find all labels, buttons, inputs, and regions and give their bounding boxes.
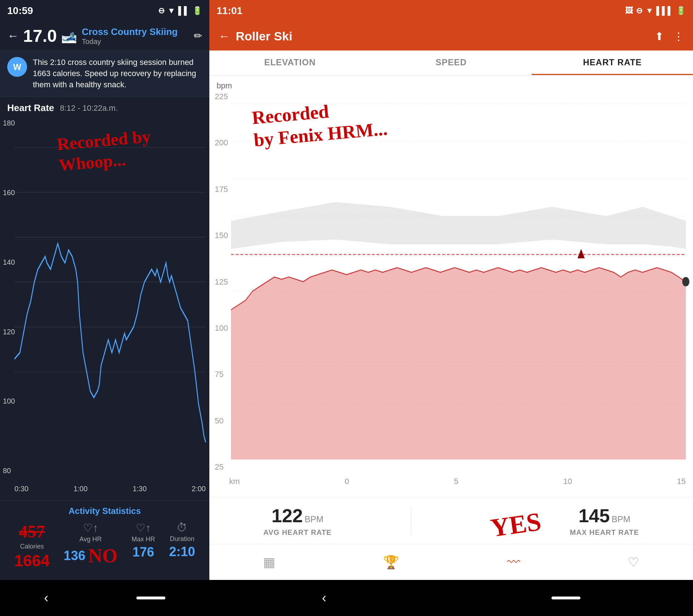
heart-icon-max: ♡↑ bbox=[136, 522, 151, 534]
tab-elevation[interactable]: ELEVATION bbox=[209, 50, 371, 75]
time-right: 11:01 bbox=[217, 5, 243, 17]
stat-duration: ⏱ Duration 2:10 bbox=[169, 522, 195, 559]
svg-marker-16 bbox=[231, 202, 686, 249]
bottom-tab-bar-right: ▦ 🏆 〰 ♡ bbox=[209, 544, 693, 580]
stat-divider bbox=[411, 506, 411, 535]
back-button-right[interactable]: ← bbox=[218, 30, 230, 43]
calories-strike: 457 bbox=[19, 522, 45, 541]
x-label-130: 1:30 bbox=[132, 485, 147, 493]
x-label-100: 1:00 bbox=[74, 485, 88, 493]
heart-rate-title: Heart Rate bbox=[7, 102, 54, 114]
activity-date: Today bbox=[82, 38, 189, 46]
x-label-200: 2:00 bbox=[192, 485, 206, 493]
calories-label: Calories bbox=[20, 543, 44, 550]
status-bar-left: 10:59 ⊖ ▼ ▌▌ 🔋 bbox=[0, 0, 209, 22]
avg-hr-label: Avg HR bbox=[79, 536, 102, 543]
edit-button[interactable]: ✏ bbox=[194, 30, 202, 42]
avg-bpm-value: 122 bbox=[271, 505, 303, 527]
tab-bar: ELEVATION SPEED HEART RATE bbox=[209, 50, 693, 76]
top-bar-left: ← 17.0 🎿 Cross Country Skiing Today ✏ bbox=[0, 22, 209, 50]
hr-stats-bar: 122 BPM AVG HEART RATE YES 145 BPM MAX H… bbox=[209, 497, 693, 544]
stats-row: 457 Calories 1664 ♡↑ Avg HR 136 NO ♡↑ Ma… bbox=[7, 522, 202, 570]
skiing-icon: 🎿 bbox=[61, 28, 77, 44]
tab-activity-icon[interactable]: 〰 bbox=[507, 555, 520, 570]
signal-icon-right: ▌▌▌ bbox=[656, 6, 673, 16]
stat-calories: 457 Calories 1664 bbox=[14, 522, 49, 570]
activity-info: Cross Country Skiing Today bbox=[82, 26, 189, 46]
avg-heart-rate-stat: 122 BPM AVG HEART RATE bbox=[263, 505, 332, 537]
battery-icon-right: 🔋 bbox=[676, 6, 686, 16]
tab-trophy-icon[interactable]: 🏆 bbox=[383, 555, 399, 570]
annotation-no: NO bbox=[88, 545, 117, 567]
image-icon: 🖼 bbox=[625, 6, 633, 16]
status-icons-left: ⊖ ▼ ▌▌ 🔋 bbox=[158, 6, 202, 16]
chart-area-right: bpm Recordedby Fenix HRM... 225 200 175 … bbox=[209, 76, 693, 497]
block-icon: ⊖ bbox=[158, 6, 165, 16]
x-label-0: 0 bbox=[345, 477, 349, 486]
home-indicator-right[interactable] bbox=[552, 597, 580, 599]
share-button[interactable]: ⬆ bbox=[655, 30, 664, 43]
heart-rate-time: 8:12 - 10:22a.m. bbox=[60, 104, 118, 113]
right-panel: 11:01 🖼 ⊖ ▼ ▌▌▌ 🔋 ← Roller Ski ⬆ ⋮ ELEVA… bbox=[209, 0, 693, 616]
heart-icon-avg: ♡↑ bbox=[83, 522, 98, 534]
time-left: 10:59 bbox=[7, 5, 33, 17]
max-hr-label: Max HR bbox=[131, 536, 155, 543]
bottom-nav-right: ‹ bbox=[209, 580, 693, 616]
bottom-nav-left: ‹ bbox=[0, 580, 209, 616]
x-label-15: 15 bbox=[677, 477, 686, 486]
tab-heart-rate[interactable]: HEART RATE bbox=[532, 50, 693, 75]
back-button-left[interactable]: ← bbox=[7, 29, 19, 43]
tab-grid-icon[interactable]: ▦ bbox=[263, 555, 275, 570]
svg-marker-17 bbox=[231, 268, 686, 459]
signal-icon: ▌▌ bbox=[178, 6, 189, 16]
x-label-030: 0:30 bbox=[14, 485, 29, 493]
max-heart-rate-stat: 145 BPM MAX HEART RATE bbox=[570, 505, 639, 537]
wifi-icon-right: ▼ bbox=[645, 6, 653, 16]
status-icons-right: 🖼 ⊖ ▼ ▌▌▌ 🔋 bbox=[625, 6, 686, 16]
avatar: W bbox=[7, 57, 27, 77]
activity-name: Cross Country Skiing bbox=[82, 26, 189, 38]
x-axis-right: km 0 5 10 15 bbox=[229, 477, 686, 486]
message-bar: W This 2:10 cross country skiing session… bbox=[0, 50, 209, 97]
calories-value: 1664 bbox=[14, 552, 49, 570]
status-bar-right: 11:01 🖼 ⊖ ▼ ▌▌▌ 🔋 bbox=[209, 0, 693, 22]
stat-max-hr: ♡↑ Max HR 176 bbox=[131, 522, 155, 560]
chart-area-left: Recorded byWhoop... 180 160 140 120 100 … bbox=[0, 115, 209, 500]
home-indicator-left[interactable] bbox=[136, 597, 165, 599]
x-label-km: km bbox=[229, 477, 240, 486]
x-label-10: 10 bbox=[563, 477, 572, 486]
x-label-5: 5 bbox=[454, 477, 458, 486]
tab-heart-icon[interactable]: ♡ bbox=[628, 555, 639, 570]
stat-avg-hr: ♡↑ Avg HR 136 NO bbox=[64, 522, 117, 567]
app-title: Roller Ski bbox=[236, 29, 645, 43]
battery-icon: 🔋 bbox=[192, 6, 202, 16]
handwriting-yes: YES bbox=[489, 506, 543, 543]
tab-speed[interactable]: SPEED bbox=[371, 50, 532, 75]
heart-rate-chart-left bbox=[0, 115, 209, 500]
top-bar-right: ← Roller Ski ⬆ ⋮ bbox=[209, 22, 693, 50]
stats-section: Activity Statistics 457 Calories 1664 ♡↑… bbox=[0, 500, 209, 580]
heart-rate-chart-right bbox=[209, 76, 693, 497]
avg-hr-label-right: AVG HEART RATE bbox=[263, 528, 332, 537]
clock-icon: ⏱ bbox=[176, 522, 187, 534]
message-text: This 2:10 cross country skiing session b… bbox=[33, 57, 202, 90]
heart-rate-label: Heart Rate 8:12 - 10:22a.m. bbox=[0, 97, 209, 115]
x-axis-left: 0:30 1:00 1:30 2:00 bbox=[14, 485, 206, 493]
duration-label: Duration bbox=[170, 535, 194, 543]
avg-bpm-unit: BPM bbox=[305, 514, 323, 524]
max-hr-value: 176 bbox=[132, 545, 154, 560]
max-hr-label-right: MAX HEART RATE bbox=[570, 528, 639, 537]
svg-point-19 bbox=[682, 277, 689, 286]
duration-value: 2:10 bbox=[169, 544, 195, 559]
wifi-icon: ▼ bbox=[167, 6, 175, 16]
max-bpm-unit: BPM bbox=[611, 514, 630, 524]
back-nav-right[interactable]: ‹ bbox=[322, 590, 326, 606]
left-panel: 10:59 ⊖ ▼ ▌▌ 🔋 ← 17.0 🎿 Cross Country Sk… bbox=[0, 0, 209, 616]
avg-hr-value: 136 bbox=[64, 548, 85, 563]
more-button[interactable]: ⋮ bbox=[673, 30, 684, 43]
back-nav-left[interactable]: ‹ bbox=[44, 590, 48, 606]
block-icon-right: ⊖ bbox=[636, 6, 642, 16]
distance-value: 17.0 bbox=[23, 26, 57, 46]
max-bpm-value: 145 bbox=[579, 505, 610, 527]
stats-title: Activity Statistics bbox=[7, 506, 202, 516]
